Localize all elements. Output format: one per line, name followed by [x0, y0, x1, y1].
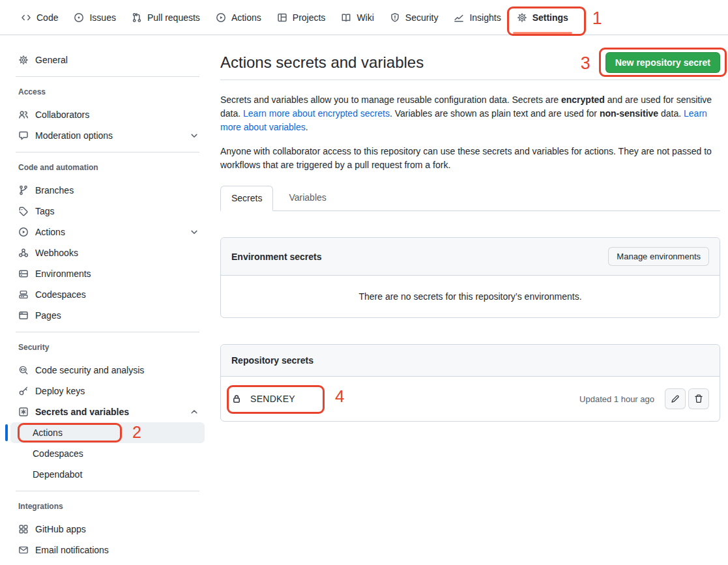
sidebar-subitem-dependabot[interactable]: Dependabot: [10, 464, 205, 485]
sidebar-item-tags[interactable]: Tags: [10, 201, 205, 222]
secret-name: SENDKEY: [250, 394, 295, 404]
sidebar-item-label: Dependabot: [33, 469, 199, 480]
sidebar-item-label: Webhooks: [35, 248, 199, 258]
sidebar-section-header-code-automation: Code and automation: [18, 163, 205, 172]
sidebar-item-label: Email notifications: [35, 545, 199, 555]
tab-variables[interactable]: Variables: [278, 186, 336, 210]
nav-tab-label: Insights: [469, 12, 501, 23]
secret-name-cell: SENDKEY 4: [231, 394, 295, 404]
nav-tab-actions[interactable]: Actions: [209, 0, 268, 35]
sidebar-item-environments[interactable]: Environments: [10, 263, 205, 284]
sidebar-item-label: Collaborators: [35, 109, 199, 120]
gear-icon: [517, 12, 527, 23]
nav-tab-label: Code: [36, 12, 58, 23]
people-icon: [18, 109, 29, 120]
description-paragraph-2: Anyone with collaborator access to this …: [220, 145, 716, 172]
apps-grid-icon: [18, 524, 29, 534]
key-icon: [18, 386, 29, 396]
delete-secret-button[interactable]: [688, 388, 709, 409]
sidebar-item-branches[interactable]: Branches: [10, 180, 205, 201]
comment-discussion-icon: [18, 130, 29, 141]
chevron-up-icon: [189, 407, 199, 417]
git-pull-request-icon: [132, 12, 142, 23]
trash-icon: [693, 394, 704, 404]
description-text: . Variables are shown as plain text and …: [390, 108, 600, 119]
nav-tab-label: Issues: [89, 12, 115, 23]
nav-tab-label: Actions: [231, 12, 261, 23]
codespaces-icon: [18, 289, 29, 300]
sidebar-item-label: GitHub apps: [35, 524, 199, 534]
nav-tab-label: Wiki: [357, 12, 373, 23]
play-circle-icon: [18, 227, 29, 237]
nav-tab-insights[interactable]: Insights: [447, 0, 507, 35]
sidebar-item-webhooks[interactable]: Webhooks: [10, 242, 205, 263]
sidebar-item-label: Pages: [35, 310, 199, 321]
environment-secrets-title: Environment secrets: [231, 252, 322, 262]
tab-secrets[interactable]: Secrets: [220, 186, 273, 211]
description-text: data.: [658, 108, 684, 119]
link-learn-more-encrypted-secrets[interactable]: Learn more about encrypted secrets: [243, 108, 390, 119]
new-repository-secret-button[interactable]: New repository secret: [605, 52, 720, 73]
description-text: .: [306, 122, 308, 132]
webhook-icon: [18, 248, 29, 258]
divider: [16, 491, 199, 491]
description-bold-non-sensitive: non-sensitive: [600, 108, 658, 119]
nav-tab-security[interactable]: Security: [383, 0, 445, 35]
main-content: Actions secrets and variables New reposi…: [210, 35, 728, 422]
sidebar-item-actions[interactable]: Actions: [10, 222, 205, 242]
manage-environments-button[interactable]: Manage environments: [608, 247, 709, 266]
selected-item-accent-bar: [5, 424, 8, 441]
chevron-down-icon: [189, 130, 199, 141]
repo-tab-nav: Code Issues Pull requests Actions Projec…: [0, 0, 728, 35]
table-icon: [277, 12, 287, 23]
sidebar-item-code-security[interactable]: Code security and analysis: [10, 360, 205, 381]
repository-secrets-box: Repository secrets SENDKEY 4 Updated 1 h…: [220, 344, 720, 422]
description-paragraph-1: Secrets and variables allow you to manag…: [220, 93, 716, 134]
sidebar-item-deploy-keys[interactable]: Deploy keys: [10, 381, 205, 401]
nav-tab-pull-requests[interactable]: Pull requests: [125, 0, 207, 35]
sidebar-item-collaborators[interactable]: Collaborators: [10, 104, 205, 125]
nav-tab-issues[interactable]: Issues: [67, 0, 122, 35]
sidebar-item-moderation-options[interactable]: Moderation options: [10, 125, 205, 146]
sidebar-item-label: General: [35, 55, 199, 65]
nav-tab-label: Settings: [532, 12, 568, 23]
shield-icon: [390, 12, 400, 23]
nav-tab-wiki[interactable]: Wiki: [334, 0, 380, 35]
divider: [16, 332, 199, 332]
settings-sidebar: General Access Collaborators Moderation …: [0, 35, 210, 560]
asterisk-box-icon: [18, 407, 29, 417]
mail-icon: [18, 545, 29, 555]
annotation-number-3: 3: [581, 55, 590, 72]
sidebar-item-label: Branches: [35, 185, 199, 196]
edit-secret-button[interactable]: [665, 388, 686, 409]
tag-icon: [18, 206, 29, 216]
annotation-number-1: 1: [592, 10, 602, 27]
secrets-variables-tabnav: Secrets Variables: [220, 186, 720, 211]
git-branch-icon: [18, 185, 29, 196]
sidebar-item-label: Codespaces: [33, 448, 199, 459]
sidebar-item-secrets-and-variables[interactable]: Secrets and variables: [10, 401, 205, 422]
description-bold-encrypted: encrypted: [561, 94, 605, 105]
sidebar-item-general[interactable]: General: [10, 50, 205, 70]
sidebar-item-label: Codespaces: [35, 289, 199, 300]
code-icon: [21, 12, 31, 23]
gear-icon: [18, 55, 29, 65]
divider: [16, 152, 199, 152]
sidebar-item-label: Code security and analysis: [35, 365, 199, 375]
sidebar-subitem-codespaces[interactable]: Codespaces: [10, 443, 205, 464]
sidebar-item-github-apps[interactable]: GitHub apps: [10, 519, 205, 540]
nav-tab-settings[interactable]: Settings 1: [510, 0, 575, 35]
graph-icon: [454, 12, 464, 23]
sidebar-item-label: Actions: [33, 427, 199, 438]
sidebar-item-email-notifications[interactable]: Email notifications: [10, 540, 205, 560]
sidebar-item-codespaces[interactable]: Codespaces: [10, 284, 205, 305]
nav-tab-code[interactable]: Code: [14, 0, 65, 35]
nav-tab-projects[interactable]: Projects: [270, 0, 332, 35]
nav-tab-label: Security: [405, 12, 439, 23]
sidebar-item-pages[interactable]: Pages: [10, 305, 205, 326]
repository-secrets-title: Repository secrets: [231, 355, 313, 366]
server-icon: [18, 268, 29, 279]
sidebar-subitem-actions[interactable]: Actions 2: [10, 422, 205, 443]
sidebar-item-label: Deploy keys: [35, 386, 199, 396]
chevron-down-icon: [189, 227, 199, 237]
